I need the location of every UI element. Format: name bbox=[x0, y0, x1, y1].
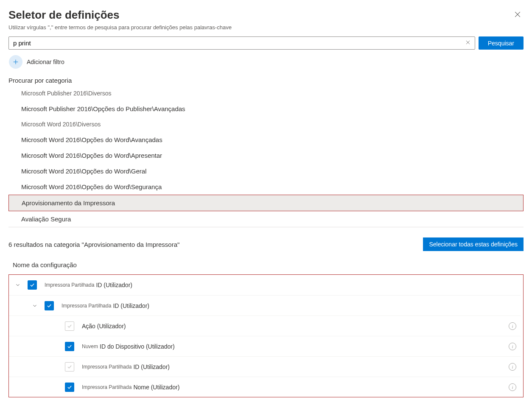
add-filter-button[interactable]: Adicionar filtro bbox=[8, 55, 70, 69]
item-prefix: Nuvem bbox=[82, 344, 98, 349]
info-icon[interactable]: i bbox=[509, 383, 516, 391]
results-count: 6 resultados na categoria "Aprovisioname… bbox=[8, 241, 179, 248]
page-subtitle: Utilizar vírgulas "," entre termos de pe… bbox=[8, 24, 232, 31]
item-prefix: Impressora Partilhada bbox=[82, 364, 132, 370]
checkbox[interactable] bbox=[45, 301, 54, 310]
select-all-button[interactable]: Selecionar todas estas definições bbox=[423, 237, 524, 251]
search-input[interactable] bbox=[8, 36, 475, 50]
info-icon[interactable]: i bbox=[509, 343, 516, 350]
checkbox[interactable] bbox=[65, 362, 74, 372]
checkbox[interactable] bbox=[28, 280, 37, 290]
plus-icon bbox=[9, 55, 22, 69]
clear-icon bbox=[465, 39, 471, 45]
search-button[interactable]: Pesquisar bbox=[479, 36, 524, 50]
checkbox[interactable] bbox=[65, 383, 74, 392]
info-icon[interactable]: i bbox=[509, 322, 516, 330]
category-item[interactable]: Microsoft Publisher 2016\Diversos bbox=[20, 87, 524, 101]
item-prefix: Impressora Partilhada bbox=[45, 282, 94, 288]
add-filter-label: Adicionar filtro bbox=[27, 59, 64, 65]
chevron-down-icon[interactable] bbox=[13, 280, 22, 290]
info-icon[interactable]: i bbox=[509, 363, 516, 371]
category-item[interactable]: Aprovisionamento da Impressora bbox=[8, 195, 524, 211]
category-item[interactable]: Microsoft Word 2016\Opções do Word\Geral bbox=[20, 163, 524, 179]
config-name-heading: Nome da configuração bbox=[13, 261, 524, 268]
category-heading: Procurar por categoria bbox=[8, 77, 524, 84]
tree-row: Impressora Partilhada ID (Utilizador)i bbox=[9, 356, 521, 377]
close-icon bbox=[513, 10, 522, 19]
item-prefix: Impressora Partilhada bbox=[82, 384, 132, 390]
tree-row: Nuvem ID do Dispositivo (Utilizador)i bbox=[9, 336, 521, 356]
tree-row: Impressora Partilhada ID (Utilizador) bbox=[9, 275, 521, 295]
category-item[interactable]: Microsoft Word 2016\Diversos bbox=[20, 117, 524, 132]
settings-tree: Impressora Partilhada ID (Utilizador)Imp… bbox=[8, 274, 524, 397]
checkbox[interactable] bbox=[65, 321, 74, 331]
chevron-down-icon[interactable] bbox=[30, 301, 39, 310]
close-button[interactable] bbox=[512, 8, 524, 22]
item-label: Nome (Utilizador) bbox=[133, 384, 179, 391]
category-item[interactable]: Microsoft Word 2016\Opções do Word\Avanç… bbox=[20, 132, 524, 148]
page-title: Seletor de definições bbox=[8, 8, 232, 22]
item-label: ID (Utilizador) bbox=[113, 302, 149, 309]
category-item[interactable]: Microsoft Word 2016\Opções do Word\Apres… bbox=[20, 148, 524, 163]
tree-row: Impressora Partilhada Nome (Utilizador)i bbox=[9, 377, 521, 397]
item-label: ID (Utilizador) bbox=[96, 282, 132, 288]
clear-search-button[interactable] bbox=[465, 39, 471, 47]
item-label: ID do Dispositivo (Utilizador) bbox=[100, 343, 175, 350]
checkbox[interactable] bbox=[65, 342, 74, 351]
category-item[interactable]: Microsoft Word 2016\Opções do Word\Segur… bbox=[20, 179, 524, 195]
category-item[interactable]: Microsoft Publisher 2016\Opções do Publi… bbox=[20, 101, 524, 117]
tree-row: Impressora Partilhada ID (Utilizador) bbox=[9, 295, 521, 316]
category-item[interactable]: Avaliação Segura bbox=[20, 211, 524, 227]
category-list[interactable]: Microsoft Publisher 2016\DiversosMicroso… bbox=[8, 87, 524, 227]
item-prefix: Impressora Partilhada bbox=[62, 303, 111, 309]
item-label: Ação (Utilizador) bbox=[82, 323, 126, 330]
tree-row: Ação (Utilizador)i bbox=[9, 316, 521, 336]
item-label: ID (Utilizador) bbox=[133, 363, 170, 370]
